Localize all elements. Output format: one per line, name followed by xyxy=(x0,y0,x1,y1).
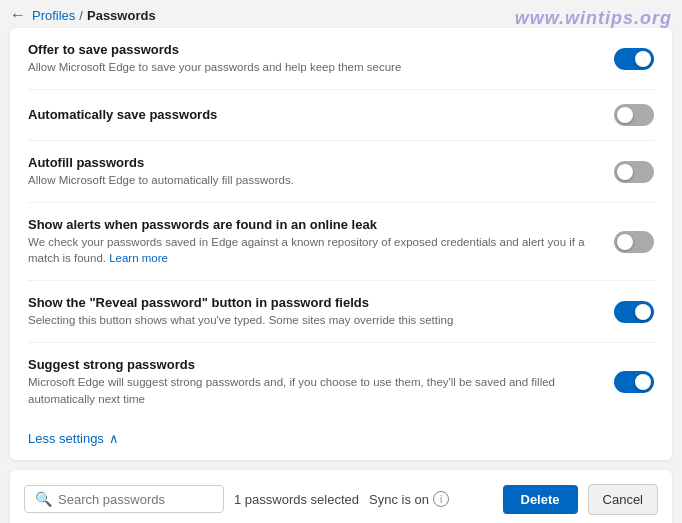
breadcrumb-separator: / xyxy=(79,8,83,23)
toggle-reveal-button[interactable] xyxy=(614,301,654,323)
setting-title-autofill: Autofill passwords xyxy=(28,155,596,170)
back-button[interactable]: ← xyxy=(10,6,26,24)
search-icon: 🔍 xyxy=(35,491,52,507)
settings-list: Offer to save passwords Allow Microsoft … xyxy=(10,28,672,421)
setting-auto-save: Automatically save passwords xyxy=(28,90,654,141)
password-section: 🔍 1 passwords selected Sync is on i Dele… xyxy=(10,470,672,523)
less-settings-label: Less settings xyxy=(28,431,104,446)
sync-info: Sync is on i xyxy=(369,491,449,507)
learn-more-link[interactable]: Learn more xyxy=(109,252,168,264)
toggle-auto-save[interactable] xyxy=(614,104,654,126)
chevron-up-icon: ∧ xyxy=(109,431,119,446)
setting-desc-reveal-button: Selecting this button shows what you've … xyxy=(28,312,596,328)
sync-label: Sync is on xyxy=(369,492,429,507)
breadcrumb: ← Profiles / Passwords xyxy=(0,0,682,28)
selected-count-label: 1 passwords selected xyxy=(234,492,359,507)
delete-button[interactable]: Delete xyxy=(503,485,578,514)
search-action-bar: 🔍 1 passwords selected Sync is on i Dele… xyxy=(24,484,658,515)
toggle-strong-passwords[interactable] xyxy=(614,371,654,393)
setting-desc-strong-passwords: Microsoft Edge will suggest strong passw… xyxy=(28,374,596,406)
setting-desc-offer-to-save: Allow Microsoft Edge to save your passwo… xyxy=(28,59,596,75)
setting-title-online-leak: Show alerts when passwords are found in … xyxy=(28,217,596,232)
sync-info-icon[interactable]: i xyxy=(433,491,449,507)
breadcrumb-profiles-link[interactable]: Profiles xyxy=(32,8,75,23)
search-input[interactable] xyxy=(58,492,188,507)
setting-online-leak: Show alerts when passwords are found in … xyxy=(28,203,654,281)
setting-strong-passwords: Suggest strong passwords Microsoft Edge … xyxy=(28,343,654,420)
cancel-button[interactable]: Cancel xyxy=(588,484,658,515)
setting-desc-online-leak: We check your passwords saved in Edge ag… xyxy=(28,234,596,266)
toggle-online-leak[interactable] xyxy=(614,231,654,253)
setting-title-reveal-button: Show the "Reveal password" button in pas… xyxy=(28,295,596,310)
search-box: 🔍 xyxy=(24,485,224,513)
toggle-offer-to-save[interactable] xyxy=(614,48,654,70)
setting-title-auto-save: Automatically save passwords xyxy=(28,107,596,122)
setting-title-strong-passwords: Suggest strong passwords xyxy=(28,357,596,372)
toggle-autofill[interactable] xyxy=(614,161,654,183)
setting-desc-autofill: Allow Microsoft Edge to automatically fi… xyxy=(28,172,596,188)
setting-offer-to-save: Offer to save passwords Allow Microsoft … xyxy=(28,28,654,90)
setting-reveal-button: Show the "Reveal password" button in pas… xyxy=(28,281,654,343)
breadcrumb-current-page: Passwords xyxy=(87,8,156,23)
setting-autofill: Autofill passwords Allow Microsoft Edge … xyxy=(28,141,654,203)
setting-title-offer-to-save: Offer to save passwords xyxy=(28,42,596,57)
settings-panel: Offer to save passwords Allow Microsoft … xyxy=(10,28,672,460)
less-settings-link[interactable]: Less settings ∧ xyxy=(10,421,672,460)
